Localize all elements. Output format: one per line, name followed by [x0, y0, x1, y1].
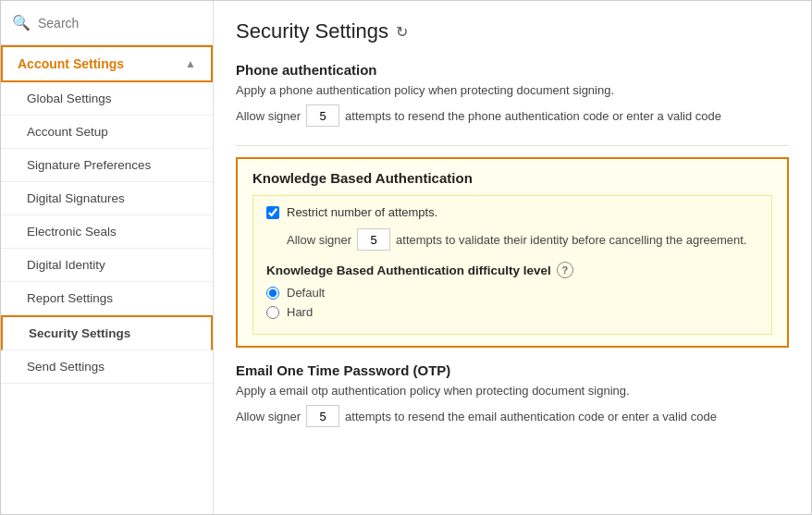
- phone-auth-attempts-row: Allow signer attempts to resend the phon…: [236, 104, 789, 127]
- sidebar-item-label: Digital Signatures: [27, 191, 125, 205]
- sidebar-item-global-settings[interactable]: Global Settings: [1, 82, 213, 116]
- main-content: Security Settings ↻ Phone authentication…: [214, 1, 811, 514]
- kba-option-default-label: Default: [287, 286, 325, 300]
- sidebar-item-label: Send Settings: [27, 360, 105, 374]
- kba-restrict-label: Restrict number of attempts.: [287, 205, 437, 219]
- sidebar-item-label: Account Settings: [18, 56, 124, 71]
- sidebar-item-report-settings[interactable]: Report Settings: [1, 282, 213, 315]
- kba-option-hard[interactable]: Hard: [266, 305, 758, 319]
- otp-attempts-input[interactable]: [306, 405, 339, 427]
- sidebar-item-label: Electronic Seals: [27, 225, 117, 239]
- sidebar-item-label: Global Settings: [27, 92, 112, 105]
- otp-section: Email One Time Password (OTP) Apply a em…: [236, 362, 789, 427]
- sidebar-item-account-settings[interactable]: Account Settings ▲: [1, 45, 213, 82]
- otp-description: Apply a email otp authentication policy …: [236, 384, 789, 398]
- kba-difficulty-section: Knowledge Based Authentication difficult…: [266, 262, 758, 319]
- otp-allow-label: Allow signer: [236, 410, 301, 423]
- kba-radio-default[interactable]: [266, 287, 279, 300]
- otp-title: Email One Time Password (OTP): [236, 362, 789, 378]
- phone-auth-description: Apply a phone authentication policy when…: [236, 83, 789, 97]
- kba-radio-hard[interactable]: [266, 306, 279, 319]
- divider-1: [236, 145, 789, 146]
- sidebar-item-label: Account Setup: [27, 125, 108, 139]
- otp-attempts-suffix: attempts to resend the email authenticat…: [345, 410, 717, 423]
- phone-auth-section: Phone authentication Apply a phone authe…: [236, 62, 789, 127]
- sidebar-item-digital-identity[interactable]: Digital Identity: [1, 249, 213, 282]
- kba-yellow-box: Restrict number of attempts. Allow signe…: [252, 195, 772, 335]
- search-input[interactable]: [38, 16, 202, 31]
- sidebar-item-security-settings[interactable]: Security Settings: [1, 315, 213, 350]
- sidebar: 🔍 Account Settings ▲ Global Settings Acc…: [1, 1, 214, 514]
- sidebar-item-label: Signature Preferences: [27, 158, 151, 172]
- sidebar-item-label: Digital Identity: [27, 258, 105, 272]
- phone-auth-attempts-input[interactable]: [306, 104, 339, 127]
- kba-restrict-row: Restrict number of attempts.: [266, 205, 758, 219]
- sidebar-item-label: Security Settings: [29, 326, 130, 340]
- kba-attempts-input[interactable]: [357, 228, 390, 251]
- kba-attempts-row: Allow signer attempts to validate their …: [266, 228, 758, 251]
- search-bar[interactable]: 🔍: [1, 1, 213, 45]
- sidebar-item-digital-signatures[interactable]: Digital Signatures: [1, 182, 213, 215]
- otp-attempts-row: Allow signer attempts to resend the emai…: [236, 405, 789, 427]
- help-icon[interactable]: ?: [557, 262, 573, 278]
- sidebar-item-label: Report Settings: [27, 291, 113, 305]
- phone-auth-allow-label: Allow signer: [236, 109, 301, 123]
- kba-restrict-checkbox[interactable]: [266, 206, 279, 219]
- page-title: Security Settings: [236, 19, 388, 43]
- kba-title: Knowledge Based Authentication: [252, 170, 772, 186]
- phone-auth-title: Phone authentication: [236, 62, 789, 78]
- kba-option-hard-label: Hard: [287, 305, 313, 319]
- sidebar-item-signature-preferences[interactable]: Signature Preferences: [1, 149, 213, 182]
- sidebar-item-account-setup[interactable]: Account Setup: [1, 116, 213, 149]
- kba-section: Knowledge Based Authentication Restrict …: [236, 157, 789, 348]
- sidebar-item-send-settings[interactable]: Send Settings: [1, 350, 213, 384]
- kba-difficulty-label: Knowledge Based Authentication difficult…: [266, 262, 758, 278]
- kba-attempts-suffix: attempts to validate their identity befo…: [396, 233, 746, 247]
- page-title-row: Security Settings ↻: [236, 19, 789, 43]
- chevron-up-icon: ▲: [185, 57, 196, 70]
- kba-option-default[interactable]: Default: [266, 286, 758, 300]
- kba-allow-label: Allow signer: [287, 233, 351, 247]
- phone-auth-attempts-suffix: attempts to resend the phone authenticat…: [345, 109, 721, 123]
- refresh-icon[interactable]: ↻: [396, 23, 408, 41]
- sidebar-item-electronic-seals[interactable]: Electronic Seals: [1, 215, 213, 249]
- search-icon: 🔍: [12, 14, 31, 31]
